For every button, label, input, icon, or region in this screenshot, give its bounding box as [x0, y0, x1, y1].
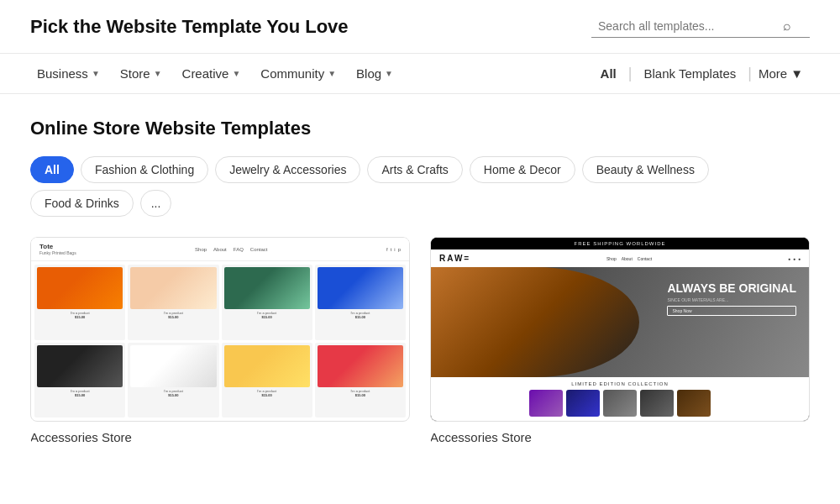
tote-item: I'm a product $15.00 — [222, 343, 312, 418]
tote-image-orange — [37, 267, 123, 309]
nav-item-community[interactable]: Community ▼ — [254, 56, 343, 91]
header: Pick the Website Template You Love ⌕ — [0, 0, 840, 54]
tote-item: I'm a product $15.00 — [315, 343, 406, 418]
filter-fashion[interactable]: Fashion & Clothing — [81, 156, 208, 183]
cap-purple — [529, 390, 563, 417]
filter-home[interactable]: Home & Decor — [470, 156, 575, 183]
section-title: Online Store Website Templates — [30, 118, 810, 139]
main-nav: Business ▼ Store ▼ Creative ▼ Community … — [0, 54, 840, 94]
raw-topbar: FREE SHIPPING WORLDWIDE — [431, 238, 809, 249]
nav-right-blank-templates[interactable]: Blank Templates — [632, 56, 748, 91]
template-card[interactable]: FREE SHIPPING WORLDWIDE RAW= Shop About … — [430, 237, 810, 444]
tote-item: I'm a product $15.00 — [34, 343, 125, 418]
nav-right: All | Blank Templates | More ▼ — [589, 56, 810, 91]
chevron-down-icon: ▼ — [385, 69, 393, 78]
cap-grey — [603, 390, 637, 417]
nav-item-creative[interactable]: Creative ▼ — [176, 56, 248, 91]
raw-nav-links: Shop About Contact — [606, 256, 652, 261]
template-preview-raw: FREE SHIPPING WORLDWIDE RAW= Shop About … — [430, 237, 810, 422]
raw-brand: RAW= — [439, 254, 470, 263]
page-title: Pick the Website Template You Love — [30, 16, 591, 38]
filter-jewelry[interactable]: Jewelry & Accessories — [215, 156, 360, 183]
tote-grid: I'm a product $15.00 I'm a product $15.0… — [31, 261, 409, 421]
template-preview-tote: Tote Funky Printed Bags Shop About FAQ C… — [30, 237, 410, 422]
tote-item: I'm a product $15.00 — [222, 265, 312, 340]
tote-item: I'm a product $15.00 — [128, 343, 218, 418]
template-card[interactable]: Tote Funky Printed Bags Shop About FAQ C… — [30, 237, 410, 444]
tote-brand: Tote Funky Printed Bags — [39, 243, 76, 255]
tote-image-green — [224, 267, 310, 309]
tote-item: I'm a product $15.00 — [34, 265, 125, 340]
nav-item-store[interactable]: Store ▼ — [113, 56, 169, 91]
raw-collection: LIMITED EDITION COLLECTION — [431, 377, 809, 421]
search-icon[interactable]: ⌕ — [783, 18, 791, 34]
chevron-down-icon: ▼ — [92, 69, 100, 78]
tote-item: I'm a product $15.00 — [315, 265, 406, 340]
chevron-down-icon: ▼ — [790, 66, 803, 81]
tote-image-cactus — [130, 345, 216, 387]
tote-image-spotted — [37, 345, 123, 387]
filter-food[interactable]: Food & Drinks — [30, 190, 134, 217]
hero-person-image — [431, 267, 639, 377]
filter-row: All Fashion & Clothing Jewelry & Accesso… — [30, 156, 810, 217]
template-label: Accessories Store — [430, 430, 810, 444]
filter-arts[interactable]: Arts & Crafts — [367, 156, 462, 183]
chevron-down-icon: ▼ — [328, 69, 336, 78]
hero-headline: ALWAYS BE ORIGINAL — [667, 282, 796, 295]
filter-all[interactable]: All — [30, 156, 74, 183]
caps-row — [438, 390, 802, 417]
cap-navy — [566, 390, 600, 417]
nav-item-blog[interactable]: Blog ▼ — [349, 56, 400, 91]
hero-text-block: ALWAYS BE ORIGINAL SINCE OUR MATERIALS A… — [667, 282, 796, 316]
search-input[interactable] — [598, 19, 783, 33]
tote-social: ftip — [386, 247, 401, 252]
nav-right-all[interactable]: All — [589, 56, 628, 91]
nav-left: Business ▼ Store ▼ Creative ▼ Community … — [30, 56, 400, 91]
tote-image-blue — [318, 267, 403, 309]
nav-right-more[interactable]: More ▼ — [752, 56, 810, 91]
chevron-down-icon: ▼ — [154, 69, 162, 78]
cap-brown — [677, 390, 711, 417]
filter-beauty[interactable]: Beauty & Wellness — [582, 156, 709, 183]
cap-darkgrey — [640, 390, 674, 417]
search-bar[interactable]: ⌕ — [591, 15, 810, 38]
template-grid: Tote Funky Printed Bags Shop About FAQ C… — [30, 237, 810, 444]
filter-more[interactable]: ... — [140, 190, 172, 217]
template-label: Accessories Store — [30, 430, 410, 444]
raw-icons: ●●● — [788, 256, 801, 261]
hero-cta-button[interactable]: Shop Now — [667, 306, 796, 316]
main-content: Online Store Website Templates All Fashi… — [0, 94, 840, 461]
tote-image-beige — [130, 267, 216, 309]
tote-item: I'm a product $15.00 — [128, 265, 218, 340]
tote-image-bananas — [224, 345, 310, 387]
nav-item-business[interactable]: Business ▼ — [30, 56, 107, 91]
tote-topbar: Tote Funky Printed Bags Shop About FAQ C… — [31, 238, 409, 261]
tote-nav: Shop About FAQ Contact — [195, 247, 267, 252]
chevron-down-icon: ▼ — [232, 69, 240, 78]
tote-image-pattern — [318, 345, 403, 387]
hero-subtext: SINCE OUR MATERIALS ARE... — [667, 297, 796, 302]
raw-nav: RAW= Shop About Contact ●●● — [431, 249, 809, 267]
raw-hero: ALWAYS BE ORIGINAL SINCE OUR MATERIALS A… — [431, 267, 809, 377]
collection-title: LIMITED EDITION COLLECTION — [438, 381, 802, 386]
